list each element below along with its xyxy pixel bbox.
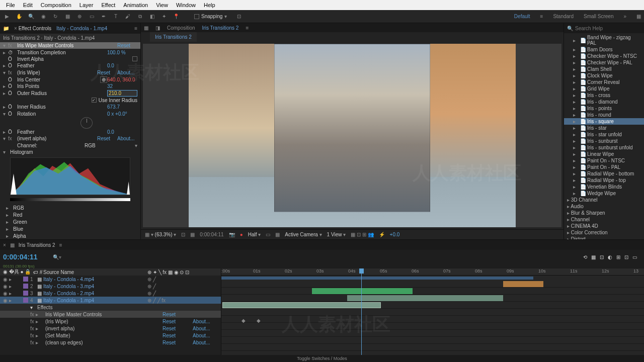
view-options-icon[interactable]: ▦ ⊡ ⊞ 👥 xyxy=(351,232,373,237)
preset-category[interactable]: CINEMA 4D xyxy=(564,223,644,229)
about-link[interactable]: About... xyxy=(117,70,137,75)
effect-section-iris-wipe[interactable]: ▾fx (Iris Wipe) Reset About... xyxy=(0,69,140,76)
orbit-tool-icon[interactable]: ◉ xyxy=(39,13,47,21)
prop-channel[interactable]: Channel: RGB ▾ xyxy=(0,142,140,149)
tl-icon-4[interactable]: ◐ xyxy=(608,254,612,260)
timeline-effect-row[interactable]: fx ▸(Iris Wipe)ResetAbout... xyxy=(0,318,221,325)
menu-help[interactable]: Help xyxy=(200,2,219,8)
prop-feather-1[interactable]: ▸Ö Feather 0.0 xyxy=(0,62,140,69)
preset-category[interactable]: Color Correction xyxy=(564,229,644,236)
tl-icon-6[interactable]: ⊡ xyxy=(624,254,628,260)
reset-link[interactable]: Reset xyxy=(97,70,117,75)
menu-composition[interactable]: Composition xyxy=(37,2,75,8)
menu-layer[interactable]: Layer xyxy=(75,2,98,8)
preset-category[interactable]: Blur & Sharpen xyxy=(564,210,644,216)
workspace-panel-icon[interactable]: ▦ xyxy=(636,14,641,19)
workspace-small[interactable]: Small Screen xyxy=(584,14,613,19)
channel-green[interactable]: ▸Green xyxy=(0,218,140,225)
project-tab-icon[interactable]: 📁 xyxy=(3,26,9,31)
snapping-toggle[interactable]: Snapping ▾ ⊡ xyxy=(194,13,243,21)
rotation-dial-icon[interactable] xyxy=(80,117,93,129)
composition-name[interactable]: Iris Transitions 2 xyxy=(202,25,239,31)
snapshot-icon[interactable]: 📷 xyxy=(229,232,235,237)
clone-tool-icon[interactable]: ⧉ xyxy=(136,13,144,21)
prop-histogram[interactable]: ▾ Histogram xyxy=(0,149,140,155)
workspace-overflow-icon[interactable]: » xyxy=(623,14,626,19)
channel-icon[interactable]: ● xyxy=(240,232,243,237)
tl-icon-3[interactable]: ⊡ xyxy=(600,254,604,260)
composition-subtab[interactable]: Iris Transitions 2 xyxy=(150,32,197,42)
camera-dropdown[interactable]: Active Camera ▾ xyxy=(285,232,321,237)
preset-item[interactable]: ▸📄Iris - star unfold xyxy=(564,131,644,138)
prop-transition-completion[interactable]: ▸⏱ Transition Completion 100.0 % xyxy=(0,49,140,55)
clip-1-selected[interactable] xyxy=(222,302,381,308)
prop-rotation[interactable]: ▾Ö Rotation 0 x +0.0° xyxy=(0,110,140,117)
preset-item[interactable]: ▸📄Iris - points xyxy=(564,105,644,112)
rotate-tool-icon[interactable]: ↻ xyxy=(51,13,59,21)
eraser-tool-icon[interactable]: ◧ xyxy=(148,13,156,21)
about-link[interactable]: About... xyxy=(117,136,137,141)
preset-item[interactable]: ▸📄Iris - diamond xyxy=(564,99,644,105)
prop-use-inner-radius[interactable]: Use Inner Radius xyxy=(0,97,140,103)
menu-animation[interactable]: Animation xyxy=(119,2,152,8)
preset-item[interactable]: ▸📄Paint On - NTSC xyxy=(564,157,644,164)
checkbox-icon[interactable] xyxy=(132,56,137,61)
selection-tool-icon[interactable]: ▶ xyxy=(3,13,11,21)
viewport[interactable] xyxy=(143,44,561,227)
pen-tool-icon[interactable]: ✒ xyxy=(100,13,108,21)
clip-3[interactable] xyxy=(312,288,413,294)
prop-inner-radius[interactable]: ▸Ö Inner Radius 673.7 xyxy=(0,104,140,110)
time-ruler[interactable]: :00s01s02s03s04s05s06s07s08s09s10s11s12s… xyxy=(221,268,644,276)
preset-item[interactable]: ▸📄Band Wipe - zigzag PAL xyxy=(564,34,644,46)
crosshair-icon[interactable]: ⊕ xyxy=(100,76,107,83)
prop-outer-radius[interactable]: ▸Ö Outer Radius 210.0 xyxy=(0,89,140,97)
channel-alpha[interactable]: ▸Alpha xyxy=(0,232,140,239)
preset-item[interactable]: ▸📄Iris - sunburst unfold xyxy=(564,144,644,151)
comp-panel-icon[interactable]: ◨ xyxy=(155,25,160,31)
timeline-comp-icon[interactable]: ▦ xyxy=(10,242,15,248)
preset-category[interactable]: Distort xyxy=(564,236,644,239)
resolution-dropdown[interactable]: Half ▾ xyxy=(248,232,261,237)
menu-file[interactable]: File xyxy=(2,2,19,8)
timeline-layer[interactable]: ◉ ▸2▦Italy - Condola - 3.mp4⊕ ╱ xyxy=(0,283,221,290)
menu-view[interactable]: View xyxy=(152,2,172,8)
effect-section-invert-alpha[interactable]: ▾fx (invert alpha) Reset About... xyxy=(0,135,140,142)
menu-bar[interactable]: File Edit Composition Layer Effect Anima… xyxy=(0,0,644,10)
comp-grid-icon[interactable]: ▦ xyxy=(144,25,148,31)
preset-item[interactable]: ▸📄Radial Wipe - bottom xyxy=(564,170,644,177)
snap-option-icon[interactable]: ⊡ xyxy=(235,13,243,21)
preset-item[interactable]: ▸📄Venetian Blinds xyxy=(564,184,644,190)
tl-icon-7[interactable]: ▭ xyxy=(632,254,637,260)
preset-item[interactable]: ▸📄Wedge Wipe xyxy=(564,190,644,197)
search-input[interactable] xyxy=(575,26,639,31)
text-tool-icon[interactable]: T xyxy=(112,13,120,21)
timeline-effect-row[interactable]: fx ▸(clean up edges)ResetAbout... xyxy=(0,339,221,346)
safe-zones-icon[interactable]: ⊡ xyxy=(181,232,185,237)
zoom-tool-icon[interactable]: 🔍 xyxy=(27,13,35,21)
effect-section-iris-master[interactable]: ▾fx Iris Wipe Master Controls Reset xyxy=(0,42,140,49)
toggle-switches-button[interactable]: Toggle Switches / Modes xyxy=(0,355,644,362)
preset-item[interactable]: ▸📄Barn Doors xyxy=(564,46,644,53)
clip-2[interactable] xyxy=(347,295,503,301)
tl-icon-5[interactable]: ⊞ xyxy=(616,254,620,260)
preset-item[interactable]: ▸📄Checker Wipe - NTSC xyxy=(564,53,644,59)
checkbox-checked-icon[interactable] xyxy=(92,98,97,103)
workspace-standard[interactable]: Standard xyxy=(553,14,574,19)
preset-item[interactable]: ▸📄Iris - round xyxy=(564,112,644,118)
timeline-effect-row[interactable]: fx ▸(invert alpha)ResetAbout... xyxy=(0,325,221,332)
timeline-layer[interactable]: ◉ ▸1▦Italy - Condola - 4.mp4⊕ ╱ xyxy=(0,276,221,283)
tl-icon-1[interactable]: ⟲ xyxy=(583,254,587,260)
pan-behind-tool-icon[interactable]: ⊕ xyxy=(75,13,84,21)
prop-iris-points[interactable]: ▸Ö Iris Points 32 xyxy=(0,83,140,89)
clip-4[interactable] xyxy=(503,281,543,287)
preset-item[interactable]: ▸📄Iris - square xyxy=(564,118,644,125)
preset-item[interactable]: ▸📄Iris - cross xyxy=(564,92,644,99)
grid-icon[interactable]: ▦ xyxy=(190,232,195,237)
preset-item[interactable]: ▸📄Grid Wipe xyxy=(564,85,644,92)
workspace-menu-icon[interactable]: ≡ xyxy=(540,14,543,19)
reset-link[interactable]: Reset xyxy=(97,136,117,141)
timeline-layer[interactable]: ◉ ▸3▦Italy - Condola - 2.mp4⊕ ╱ xyxy=(0,290,221,297)
preset-item[interactable]: ▸📄Iris - star xyxy=(564,125,644,131)
timeline-panel-icon[interactable]: × xyxy=(3,242,6,248)
hand-tool-icon[interactable]: ✋ xyxy=(15,13,23,21)
